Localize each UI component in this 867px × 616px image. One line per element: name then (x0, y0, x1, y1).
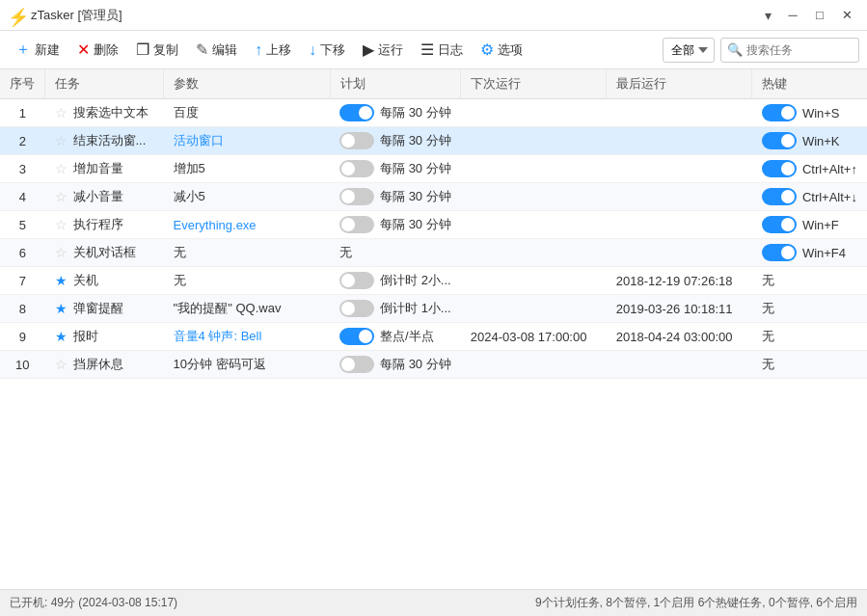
table-row[interactable]: 2☆结束活动窗...活动窗口每隔 30 分钟Win+K (0, 127, 867, 155)
cell-plan: 每隔 30 分钟 (330, 211, 461, 239)
cell-plan: 每隔 30 分钟 (330, 351, 461, 379)
cell-hotkey: 无 (752, 351, 867, 379)
edit-button[interactable]: ✎ 编辑 (188, 37, 245, 63)
star-icon[interactable]: ☆ (55, 245, 68, 260)
log-icon: ☰ (420, 40, 434, 59)
new-button[interactable]: ＋ 新建 (8, 36, 68, 64)
table-row[interactable]: 7★关机无倒计时 2小...2018-12-19 07:26:18无 (0, 267, 867, 295)
log-label: 日志 (438, 41, 463, 59)
cell-task: ☆结束活动窗... (45, 127, 164, 155)
cell-last (607, 351, 752, 379)
plan-toggle[interactable] (339, 216, 374, 233)
filter-area: 全部 启用 暂停 🔍 (663, 38, 859, 63)
log-button[interactable]: ☰ 日志 (413, 37, 471, 63)
col-header-task: 任务 (45, 69, 164, 99)
cell-plan: 每隔 30 分钟 (330, 127, 461, 155)
star-icon[interactable]: ☆ (55, 133, 68, 148)
cell-seq: 5 (0, 211, 45, 239)
table-row[interactable]: 10☆挡屏休息10分钟 密码可返每隔 30 分钟无 (0, 351, 867, 379)
table-row[interactable]: 6☆关机对话框无无Win+F4 (0, 239, 867, 267)
down-icon: ↓ (309, 41, 316, 59)
plan-toggle[interactable] (339, 104, 374, 121)
table-row[interactable]: 9★报时音量4 钟声: Bell整点/半点2024-03-08 17:00:00… (0, 323, 867, 351)
delete-icon: ✕ (77, 40, 90, 59)
table-row[interactable]: 3☆增加音量增加5每隔 30 分钟Ctrl+Alt+↑ (0, 155, 867, 183)
cell-task: ☆增加音量 (45, 155, 164, 183)
new-label: 新建 (35, 41, 60, 59)
plan-toggle[interactable] (339, 188, 374, 205)
cell-seq: 6 (0, 239, 45, 267)
star-icon[interactable]: ☆ (55, 357, 68, 372)
hotkey-toggle[interactable] (762, 216, 797, 233)
star-icon[interactable]: ★ (55, 301, 68, 316)
cell-task: ☆减小音量 (45, 183, 164, 211)
title-bar-controls: ▾ ─ □ ✕ (757, 5, 859, 26)
search-box: 🔍 (720, 38, 859, 63)
options-button[interactable]: ⚙ 选项 (473, 37, 530, 63)
cell-param: 活动窗口 (164, 127, 330, 155)
star-icon[interactable]: ★ (55, 273, 68, 288)
table-row[interactable]: 1☆搜索选中文本百度每隔 30 分钟Win+S (0, 99, 867, 127)
cell-hotkey: Win+S (752, 99, 867, 127)
cell-hotkey: Ctrl+Alt+↓ (752, 183, 867, 211)
filter-select[interactable]: 全部 启用 暂停 (663, 38, 715, 63)
star-icon[interactable]: ☆ (55, 161, 68, 176)
cell-next (461, 155, 607, 183)
cell-seq: 8 (0, 295, 45, 323)
run-icon: ▶ (363, 40, 374, 59)
up-button[interactable]: ↑ 上移 (247, 38, 299, 63)
maximize-button[interactable]: □ (807, 5, 832, 26)
col-header-plan: 计划 (330, 69, 461, 99)
plan-toggle[interactable] (339, 300, 374, 317)
plan-toggle[interactable] (339, 272, 374, 289)
delete-button[interactable]: ✕ 删除 (69, 37, 126, 63)
cell-next (461, 267, 607, 295)
search-input[interactable] (746, 43, 853, 57)
star-icon[interactable]: ☆ (55, 217, 68, 232)
search-icon: 🔍 (727, 42, 743, 57)
plan-toggle[interactable] (339, 328, 374, 345)
cell-param: 百度 (164, 99, 330, 127)
title-bar-title: zTasker [管理员] (31, 7, 122, 24)
table-row[interactable]: 8★弹窗提醒"我的提醒" QQ.wav倒计时 1小...2019-03-26 1… (0, 295, 867, 323)
cell-hotkey: Ctrl+Alt+↑ (752, 155, 867, 183)
cell-plan: 整点/半点 (330, 323, 461, 351)
cell-task: ★弹窗提醒 (45, 295, 164, 323)
cell-seq: 9 (0, 323, 45, 351)
minimize-button[interactable]: ─ (780, 5, 805, 26)
cell-hotkey: 无 (752, 295, 867, 323)
plan-toggle[interactable] (339, 356, 374, 373)
table-row[interactable]: 5☆执行程序Everything.exe每隔 30 分钟Win+F (0, 211, 867, 239)
plan-toggle[interactable] (339, 160, 374, 177)
copy-button[interactable]: ❐ 复制 (128, 37, 186, 63)
cell-seq: 3 (0, 155, 45, 183)
menu-icon[interactable]: ▾ (757, 5, 778, 26)
hotkey-toggle[interactable] (762, 104, 797, 121)
hotkey-toggle[interactable] (762, 244, 797, 261)
col-header-seq: 序号 (0, 69, 45, 99)
cell-param: 减小5 (164, 183, 330, 211)
hotkey-toggle[interactable] (762, 132, 797, 149)
star-icon[interactable]: ☆ (55, 189, 68, 204)
task-label: 减小音量 (73, 188, 123, 205)
hotkey-toggle[interactable] (762, 188, 797, 205)
table-row[interactable]: 4☆减小音量减小5每隔 30 分钟Ctrl+Alt+↓ (0, 183, 867, 211)
hotkey-toggle[interactable] (762, 160, 797, 177)
cell-seq: 7 (0, 267, 45, 295)
run-button[interactable]: ▶ 运行 (355, 37, 411, 63)
cell-param: 音量4 钟声: Bell (164, 323, 330, 351)
close-button[interactable]: ✕ (834, 5, 859, 26)
star-icon[interactable]: ☆ (55, 105, 68, 121)
task-label: 报时 (73, 328, 98, 345)
down-button[interactable]: ↓ 下移 (301, 38, 353, 63)
cell-hotkey: 无 (752, 267, 867, 295)
plan-toggle[interactable] (339, 132, 374, 149)
cell-last (607, 211, 752, 239)
table-body: 1☆搜索选中文本百度每隔 30 分钟Win+S2☆结束活动窗...活动窗口每隔 … (0, 99, 867, 379)
cell-hotkey: 无 (752, 323, 867, 351)
cell-plan: 每隔 30 分钟 (330, 183, 461, 211)
hotkey-text: Win+S (802, 106, 840, 121)
hotkey-text: Win+F (802, 218, 839, 232)
star-icon[interactable]: ★ (55, 329, 68, 344)
cell-task: ☆挡屏休息 (45, 351, 164, 379)
